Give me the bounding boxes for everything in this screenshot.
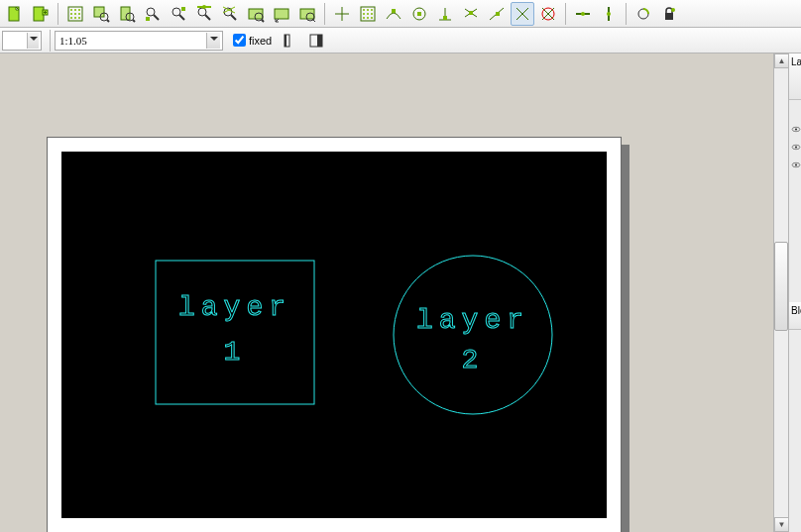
svg-rect-39 [275,9,288,19]
grid-show-icon[interactable] [63,2,87,26]
separator [324,3,325,25]
align-left-icon[interactable] [279,29,302,53]
svg-point-7 [70,9,72,11]
zoom-selection-icon[interactable] [89,2,113,26]
chevron-down-icon[interactable] [206,33,220,49]
chevron-down-icon[interactable] [27,33,39,49]
svg-point-10 [70,13,72,15]
snap-nearest-icon[interactable] [485,2,509,26]
layer1-text-line2[interactable]: 1 [224,337,247,368]
svg-point-74 [607,12,611,16]
fixed-checkbox-input[interactable] [233,34,246,47]
layer1-rect[interactable] [156,261,314,404]
zoom-page-icon[interactable] [115,2,139,26]
svg-line-21 [133,20,135,22]
svg-point-51 [371,13,373,15]
scroll-thumb[interactable] [774,242,788,331]
snap-grid-origin-icon[interactable] [330,2,354,26]
svg-point-22 [147,8,155,16]
layer-visibility-icon[interactable] [789,138,801,156]
snap-on-entity-icon[interactable] [382,2,405,26]
workspace: layer 1 layer 2 [0,53,773,532]
snap-midpoint-icon[interactable] [192,2,216,26]
panel-tab-layers[interactable]: La [789,53,801,100]
fixed-label: fixed [249,35,272,47]
separator [50,30,51,52]
svg-point-46 [363,9,365,11]
scroll-down-icon[interactable]: ▼ [774,517,789,532]
option-field-1[interactable] [2,31,42,51]
options-toolbar: fixed [0,28,801,53]
scroll-up-icon[interactable]: ▲ [774,53,789,68]
layer1-text-line1[interactable]: layer [178,292,291,323]
snap-grid-icon[interactable] [356,2,380,26]
relative-zero-icon[interactable] [631,2,655,26]
layer2-text-line2[interactable]: 2 [462,345,485,375]
svg-rect-81 [317,35,322,47]
file-new-layer-icon[interactable] [29,2,53,26]
vertical-scrollbar[interactable]: ▲ ▼ [773,53,788,532]
file-new-icon[interactable] [3,2,27,26]
svg-rect-63 [469,11,473,15]
main-toolbar [0,0,801,28]
svg-line-29 [205,15,210,20]
zoom-previous-icon[interactable] [270,2,293,26]
svg-point-77 [671,8,675,12]
svg-point-13 [70,17,72,19]
zoom-fit-icon[interactable] [244,2,268,26]
svg-rect-57 [417,12,421,16]
drawing-canvas[interactable]: layer 1 layer 2 [61,152,607,518]
separator [626,3,627,25]
right-side-panel: La Blo [788,53,801,532]
svg-rect-60 [443,16,447,20]
ratio-input[interactable] [57,33,206,49]
restrict-vertical-icon[interactable] [597,2,621,26]
svg-rect-55 [392,9,396,13]
snap-none-icon[interactable] [536,2,560,26]
option-field-1-input[interactable] [5,33,27,49]
svg-point-25 [172,8,180,16]
svg-line-26 [179,15,184,20]
svg-point-47 [367,9,369,11]
svg-line-38 [262,20,264,22]
svg-point-48 [371,9,373,11]
snap-perpendicular-icon[interactable] [433,2,457,26]
snap-tangent-icon[interactable] [459,2,483,26]
fixed-checkbox[interactable]: fixed [233,34,272,47]
svg-rect-76 [665,13,673,20]
layer2-text-line1[interactable]: layer [416,305,529,336]
ratio-field[interactable] [55,31,223,51]
lock-relative-zero-icon[interactable] [657,2,681,26]
svg-rect-24 [146,17,150,21]
svg-point-11 [74,13,76,15]
snap-endpoint-icon[interactable] [167,2,190,26]
svg-point-9 [78,9,80,11]
svg-rect-16 [94,7,104,17]
zoom-redraw-icon[interactable] [295,2,319,26]
svg-point-14 [74,17,76,19]
svg-line-33 [231,15,236,20]
svg-point-49 [363,13,365,15]
svg-line-23 [154,15,159,20]
restrict-horizontal-icon[interactable] [571,2,595,26]
separator [57,3,58,25]
svg-rect-27 [181,7,185,11]
panel-tab-blocks[interactable]: Blo [789,302,801,330]
svg-rect-65 [496,12,500,16]
svg-point-31 [202,5,206,9]
snap-center-icon[interactable] [407,2,431,26]
svg-point-72 [581,12,585,16]
svg-point-85 [795,146,797,148]
svg-point-50 [367,13,369,15]
svg-point-53 [367,17,369,19]
snap-cross-icon[interactable] [511,2,534,26]
svg-line-18 [107,20,109,22]
layer-visibility-icon[interactable] [789,120,801,138]
separator [565,3,566,25]
snap-intersection-icon[interactable] [218,2,242,26]
snap-free-icon[interactable] [141,2,165,26]
svg-point-83 [795,128,797,130]
scroll-track[interactable] [774,68,788,517]
align-right-icon[interactable] [304,29,328,53]
layer-visibility-icon[interactable] [789,156,801,173]
